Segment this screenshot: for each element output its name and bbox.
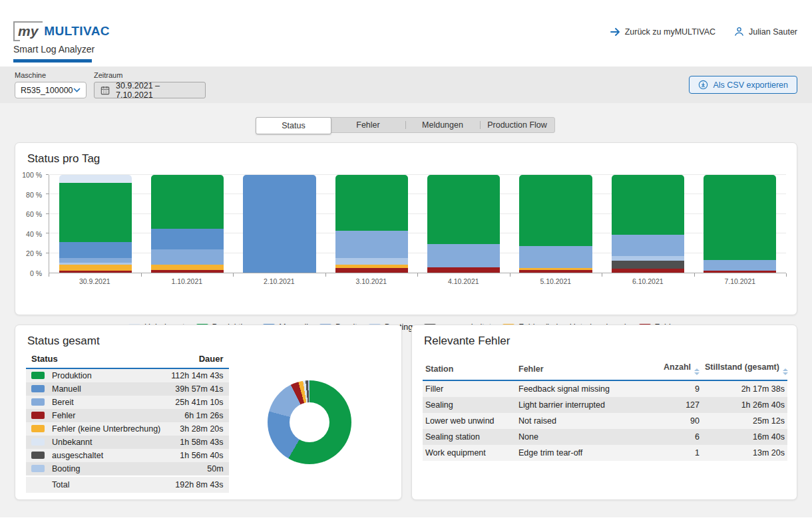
relevant-errors-card: Relevante Fehler StationFehlerAnzahlStil… [411, 325, 797, 500]
status-per-day-card: Status pro Tag 0 %20 %40 %60 %80 %100 % … [15, 142, 797, 315]
user-icon [734, 27, 744, 37]
status-label: Produktion [52, 371, 92, 380]
view-tab-status[interactable]: Status [256, 117, 331, 134]
status-swatch-manuell [31, 385, 45, 392]
y-axis-label: 100 % [22, 171, 42, 179]
x-axis-label: 2.10.2021 [233, 277, 325, 285]
stacked-bar[interactable] [151, 175, 224, 273]
bar-segment-fehler[interactable] [704, 271, 776, 273]
cell-downtime: 2h 17m 38s [702, 380, 787, 397]
bar-segment-fehler[interactable] [335, 268, 408, 273]
table-row: Lower web unwindNot raised9025m 12s [423, 413, 787, 429]
stacked-bar[interactable] [243, 175, 315, 273]
stacked-bar[interactable] [704, 175, 776, 273]
bar-segment-fehler[interactable] [427, 267, 500, 273]
bar-slot [325, 175, 417, 273]
cell-duration: 112h 14m 43s [166, 368, 228, 382]
bar-segment-produktion[interactable] [151, 175, 224, 229]
bar-segment-produktion[interactable] [427, 175, 500, 244]
stacked-bar[interactable] [519, 175, 592, 273]
brand-logo: my MULTIVAC [13, 21, 110, 41]
view-tab-fehler[interactable]: Fehler [331, 118, 405, 132]
cell-station: Lower web unwind [423, 413, 516, 429]
bar-slot [49, 175, 141, 273]
machine-select[interactable]: R535_100000 [15, 82, 87, 98]
sort-icon [783, 368, 788, 375]
cell-duration: 3h 28m 20s [166, 422, 228, 436]
cell-downtime: 1h 26m 40s [702, 397, 787, 413]
bar-segment-produktion[interactable] [519, 175, 592, 246]
bar-segment-booting[interactable] [612, 256, 684, 261]
status-table: StatusDauerProduktion112h 14m 43sManuell… [26, 352, 229, 493]
status-label: Booting [52, 464, 80, 473]
bar-segment-produktion[interactable] [59, 183, 132, 243]
view-tab-production-flow[interactable]: Production Flow [480, 118, 554, 132]
bar-segment-fehler[interactable] [612, 269, 684, 273]
status-label: Bereit [52, 398, 74, 407]
table-row: Work equipmentEdge trim tear-off113m 20s [423, 445, 787, 461]
cell-error: None [516, 429, 652, 445]
bar-segment-manuell[interactable] [243, 175, 315, 273]
date-range-picker[interactable]: 30.9.2021 – 7.10.2021 [94, 82, 206, 98]
bar-segment-fehler-keine-unterbrechung[interactable] [59, 265, 132, 271]
cell-duration: 50m [166, 462, 228, 476]
view-tabs: StatusFehlerMeldungenProduction Flow [256, 117, 555, 133]
bar-slot [602, 175, 694, 273]
donut-chart[interactable] [268, 380, 351, 464]
bar-segment-bereit[interactable] [335, 231, 408, 258]
bar-segment-bereit[interactable] [612, 235, 684, 256]
bar-segment-fehler[interactable] [59, 271, 132, 273]
back-to-mymultivac-link[interactable]: Zurück zu myMULTIVAC [610, 27, 715, 37]
bar-segment-bereit[interactable] [427, 244, 500, 267]
status-table-head: StatusDauer [26, 352, 229, 368]
cell-count: 9 [652, 380, 702, 397]
bar-segment-produktion[interactable] [335, 175, 408, 231]
table-row: Produktion112h 14m 43s [26, 368, 229, 382]
bar-slot [141, 175, 233, 273]
header-actions: Zurück zu myMULTIVAC Julian Sauter [610, 27, 797, 37]
bar-segment-produktion[interactable] [612, 175, 684, 235]
cell-status: Fehler (keine Unterbrechung) [26, 422, 166, 436]
status-label: Manuell [52, 384, 81, 394]
table-row: Bereit25h 41m 10s [26, 396, 229, 409]
stacked-bar[interactable] [612, 175, 684, 273]
errors-table-head: StationFehlerAnzahlStillstand (gesamt) [423, 358, 787, 380]
bar-segment-bereit[interactable] [519, 246, 592, 267]
bar-segment-booting[interactable] [335, 258, 408, 265]
bar-segment-fehler[interactable] [519, 270, 592, 273]
bar-segment-manuell[interactable] [151, 229, 224, 249]
cell-downtime: 25m 12s [702, 413, 787, 429]
column-header-label: Anzahl [664, 362, 691, 372]
bar-segment-unbekannt[interactable] [59, 175, 132, 183]
machine-select-value: R535_100000 [21, 86, 73, 95]
bar-segment-fehler[interactable] [151, 270, 224, 273]
cell-duration: 1h 58m 43s [166, 436, 228, 449]
bar-segment-manuell[interactable] [59, 242, 132, 258]
axis-tick [417, 273, 418, 277]
bar-segment-ausgeschaltet[interactable] [612, 261, 684, 269]
view-tab-meldungen[interactable]: Meldungen [405, 118, 480, 132]
cell-error: Feedback signal missing [516, 380, 652, 397]
status-total-card: Status gesamt StatusDauerProduktion112h … [15, 325, 402, 500]
y-axis-label: 0 % [30, 269, 42, 277]
stacked-bar[interactable] [427, 175, 500, 273]
export-csv-button[interactable]: Als CSV exportieren [689, 76, 797, 94]
tab-smart-log-analyzer[interactable]: Smart Log Analyzer [13, 44, 95, 63]
table-row: Manuell39h 57m 41s [26, 382, 229, 396]
column-header-anzahl[interactable]: Anzahl [652, 358, 702, 380]
axis-tick [141, 273, 142, 277]
period-label: Zeitraum [94, 71, 206, 79]
bar-segment-bereit[interactable] [59, 258, 132, 263]
bar-segment-bereit[interactable] [704, 260, 776, 271]
bar-segment-fehler-keine-unterbrechung[interactable] [151, 265, 224, 269]
cell-status: Bereit [26, 396, 166, 409]
stacked-bar[interactable] [335, 175, 408, 273]
stacked-bar[interactable] [59, 175, 132, 273]
user-menu[interactable]: Julian Sauter [734, 27, 797, 37]
bar-slot [234, 175, 325, 273]
bar-segment-produktion[interactable] [704, 175, 776, 260]
bar-segment-bereit[interactable] [151, 249, 224, 265]
status-swatch-unbekannt [31, 438, 45, 446]
column-header-stillstand-gesamt[interactable]: Stillstand (gesamt) [702, 358, 787, 380]
status-swatch-booting [31, 465, 45, 472]
